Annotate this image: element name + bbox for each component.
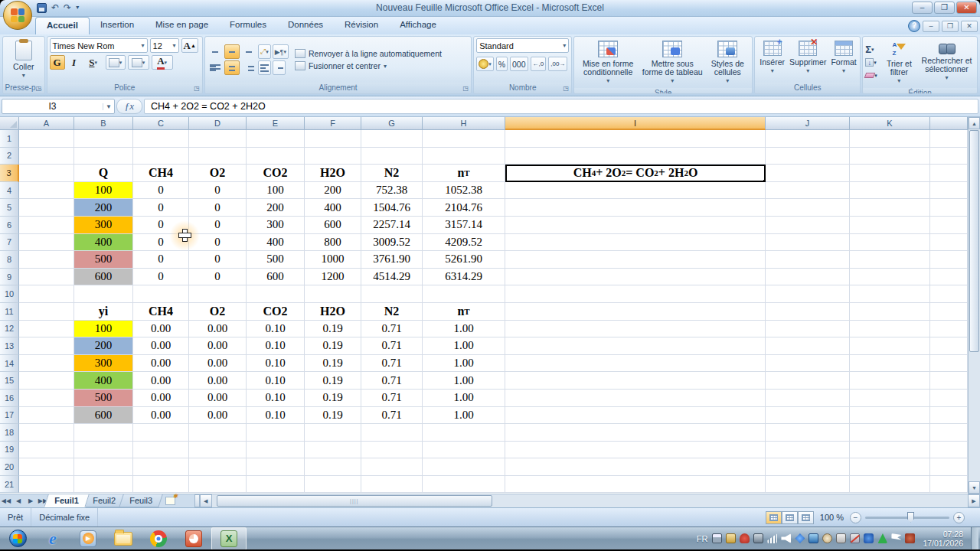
cell-F17[interactable]: 0.19 [305, 407, 361, 425]
cell-H21[interactable] [423, 476, 505, 494]
cell-C8[interactable]: 0 [133, 251, 189, 269]
cell-J10[interactable] [766, 285, 850, 303]
cell-x14[interactable] [930, 355, 968, 373]
player-tray-icon[interactable] [753, 533, 763, 543]
scroll-left-icon[interactable]: ◀ [200, 494, 212, 507]
sheet-tab-feuil1[interactable]: Feuil1 [44, 494, 89, 507]
cell-D3[interactable]: O2 [189, 165, 247, 182]
cell-J21[interactable] [766, 476, 850, 494]
cell-F5[interactable]: 400 [305, 199, 361, 217]
cell-G8[interactable]: 3761.90 [361, 251, 423, 269]
cell-H13[interactable]: 1.00 [423, 337, 505, 355]
cell-D14[interactable]: 0.00 [189, 355, 247, 373]
cell-F11[interactable]: H2O [305, 303, 361, 321]
qat-customize-icon[interactable]: ▾ [76, 2, 79, 14]
cell-G16[interactable]: 0.71 [361, 390, 423, 407]
cell-K5[interactable] [850, 199, 930, 217]
increase-decimal-button[interactable]: ←,0 [531, 57, 547, 71]
cell-A20[interactable] [19, 458, 74, 476]
cell-F16[interactable]: 0.19 [305, 390, 361, 407]
row-header-8[interactable]: 8 [0, 251, 19, 269]
cell-G6[interactable]: 2257.14 [361, 217, 423, 234]
vertical-scroll-thumb[interactable] [969, 130, 979, 352]
insert-worksheet-button[interactable] [161, 494, 181, 507]
number-format-select[interactable]: Standard▾ [476, 38, 569, 53]
cell-x17[interactable] [930, 407, 968, 425]
row-header-7[interactable]: 7 [0, 234, 19, 252]
cell-D16[interactable]: 0.00 [189, 390, 247, 407]
save-icon[interactable] [37, 3, 47, 13]
cell-D8[interactable]: 0 [189, 251, 247, 269]
cell-K21[interactable] [850, 476, 930, 494]
cell-F7[interactable]: 800 [305, 234, 361, 252]
cell-C14[interactable]: 0.00 [133, 355, 189, 373]
cell-C2[interactable] [133, 148, 189, 165]
zoom-slider[interactable]: − + [850, 512, 965, 523]
vpn-tray-icon[interactable] [877, 533, 887, 543]
insert-cells-button[interactable]: + Insérer [757, 38, 787, 81]
align-bottom-button[interactable] [241, 44, 256, 59]
cell-x1[interactable] [930, 130, 968, 148]
cell-G3[interactable]: N2 [361, 165, 423, 182]
cell-A8[interactable] [19, 251, 74, 269]
cell-x18[interactable] [930, 424, 968, 442]
cell-G10[interactable] [361, 285, 423, 303]
cell-D15[interactable]: 0.00 [189, 372, 247, 390]
cell-G5[interactable]: 1504.76 [361, 199, 423, 217]
delete-cells-button[interactable]: ✕ Supprimer [787, 38, 828, 81]
column-header-E[interactable]: E [247, 117, 305, 130]
cell-H17[interactable]: 1.00 [423, 407, 505, 425]
volume-tray-icon[interactable] [781, 533, 791, 543]
align-top-button[interactable] [207, 44, 223, 59]
cell-I7[interactable] [505, 234, 766, 252]
wrap-text-button[interactable]: Renvoyer à la ligne automatiquement [295, 49, 442, 58]
workbook-close-button[interactable]: ✕ [961, 21, 978, 32]
row-header-2[interactable]: 2 [0, 148, 19, 165]
cell-I2[interactable] [505, 148, 766, 165]
column-header-K[interactable]: K [850, 117, 930, 130]
cell-E2[interactable] [247, 148, 305, 165]
cell-F8[interactable]: 1000 [305, 251, 361, 269]
cell-E19[interactable] [247, 442, 305, 459]
cell-B11[interactable]: yi [74, 303, 133, 321]
selection-fill-handle[interactable] [763, 179, 766, 182]
cell-H5[interactable]: 2104.76 [423, 199, 505, 217]
cell-E4[interactable]: 100 [247, 182, 305, 200]
cell-D7[interactable]: 0 [189, 234, 247, 252]
number-dialog-launcher-icon[interactable]: ◳ [562, 85, 570, 93]
cell-H20[interactable] [423, 458, 505, 476]
row-header-21[interactable]: 21 [0, 476, 19, 494]
row-header-9[interactable]: 9 [0, 269, 19, 286]
bt-tray-icon[interactable] [864, 533, 874, 543]
cell-H8[interactable]: 5261.90 [423, 251, 505, 269]
cell-D20[interactable] [189, 458, 247, 476]
percent-format-button[interactable]: % [496, 57, 508, 71]
cell-I20[interactable] [505, 458, 766, 476]
cell-J19[interactable] [766, 442, 850, 459]
cell-D18[interactable] [189, 424, 247, 442]
italic-button[interactable]: I [67, 55, 81, 70]
cell-G21[interactable] [361, 476, 423, 494]
cell-x11[interactable] [930, 303, 968, 321]
cell-I14[interactable] [505, 355, 766, 373]
cell-A6[interactable] [19, 217, 74, 234]
cell-C11[interactable]: CH4 [133, 303, 189, 321]
row-header-13[interactable]: 13 [0, 337, 19, 355]
cell-K16[interactable] [850, 390, 930, 407]
cell-K8[interactable] [850, 251, 930, 269]
cell-F3[interactable]: H2O [305, 165, 361, 182]
show-desktop-button[interactable] [971, 527, 978, 550]
cell-C15[interactable]: 0.00 [133, 372, 189, 390]
zoom-level[interactable]: 100 % [820, 513, 844, 522]
cell-D21[interactable] [189, 476, 247, 494]
row-header-17[interactable]: 17 [0, 407, 19, 425]
cell-x10[interactable] [930, 285, 968, 303]
fill-button[interactable]: ↓▾ [865, 57, 877, 69]
thousands-format-button[interactable]: 000 [510, 57, 528, 71]
cell-I8[interactable] [505, 251, 766, 269]
cell-D9[interactable]: 0 [189, 269, 247, 286]
cell-A13[interactable] [19, 337, 74, 355]
cell-I15[interactable] [505, 372, 766, 390]
cell-H4[interactable]: 1052.38 [423, 182, 505, 200]
cell-B12[interactable]: 100 [74, 321, 133, 338]
